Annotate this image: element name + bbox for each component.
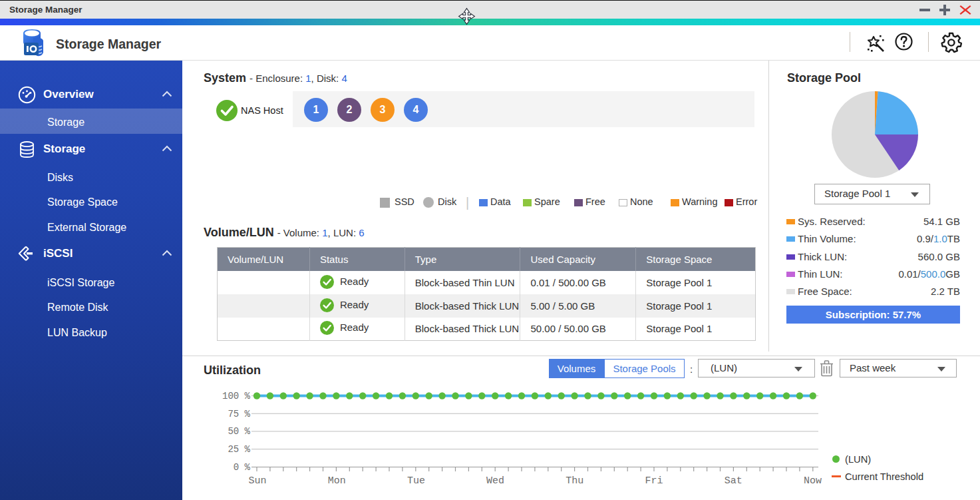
svg-text:Wed: Wed [486, 475, 504, 487]
svg-text:Thu: Thu [566, 475, 583, 487]
svg-text:Now: Now [804, 475, 822, 487]
svg-text:Sun: Sun [248, 475, 266, 487]
svg-text:50 %: 50 % [228, 426, 250, 437]
svg-text:Mon: Mon [328, 475, 346, 487]
svg-text:Fri: Fri [645, 475, 663, 487]
svg-text:0 %: 0 % [234, 462, 251, 473]
svg-text:75 %: 75 % [228, 409, 250, 419]
svg-text:Sat: Sat [725, 475, 742, 487]
svg-text:Tue: Tue [407, 475, 425, 487]
svg-text:100 %: 100 % [222, 391, 251, 401]
svg-text:25 %: 25 % [228, 444, 250, 455]
